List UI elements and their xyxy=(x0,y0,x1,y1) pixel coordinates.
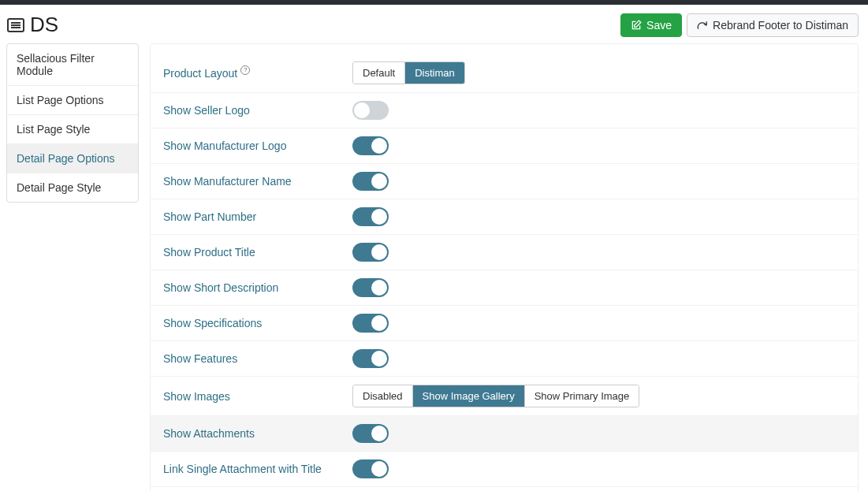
sidebar-item-1[interactable]: List Page Options xyxy=(7,86,138,115)
label-attachments: Show Attachments xyxy=(163,427,352,440)
row-seller-logo: Show Seller Logo xyxy=(151,93,858,128)
list-view-icon xyxy=(6,16,25,35)
label-link-attach: Link Single Attachment with Title xyxy=(163,463,352,475)
switch-part-number[interactable] xyxy=(352,207,389,226)
label-manu-name: Show Manufacturer Name xyxy=(163,175,352,188)
rebrand-button-label: Rebrand Footer to Distiman xyxy=(713,19,848,32)
seg-images-opt-2[interactable]: Show Primary Image xyxy=(524,385,639,407)
row-attachments: Show Attachments xyxy=(151,416,858,452)
row-attach-title: Title of the Attachments xyxy=(151,487,858,491)
sidebar-item-3[interactable]: Detail Page Options xyxy=(7,144,138,173)
label-images: Show Images xyxy=(163,390,352,403)
sidebar-item-2[interactable]: List Page Style xyxy=(7,115,138,144)
switch-seller-logo[interactable] xyxy=(352,101,389,120)
row-short-desc: Show Short Description xyxy=(151,270,858,306)
product-layout-seg[interactable]: DefaultDistiman xyxy=(352,61,465,84)
sidebar-item-0[interactable]: Sellacious Filter Module xyxy=(7,44,138,86)
row-specs: Show Specifications xyxy=(151,306,858,341)
switch-features[interactable] xyxy=(352,349,389,368)
images-seg[interactable]: DisabledShow Image GalleryShow Primary I… xyxy=(352,385,639,407)
row-manu-logo: Show Manufacturer Logo xyxy=(151,128,858,164)
label-part-number: Show Part Number xyxy=(163,210,352,223)
label-manu-logo: Show Manufacturer Logo xyxy=(163,139,352,152)
label-short-desc: Show Short Description xyxy=(163,281,352,294)
label-specs: Show Specifications xyxy=(163,317,352,329)
row-product-title: Show Product Title xyxy=(151,235,858,270)
switch-short-desc[interactable] xyxy=(352,278,389,297)
page-header: DS Save Rebrand Footer to Distiman xyxy=(6,13,859,37)
switch-manu-name[interactable] xyxy=(352,172,389,191)
switch-specs[interactable] xyxy=(352,314,389,333)
rebrand-button[interactable]: Rebrand Footer to Distiman xyxy=(687,13,859,37)
settings-panel: Product Layout ? DefaultDistiman Show Se… xyxy=(150,43,859,491)
switch-product-title[interactable] xyxy=(352,243,389,262)
sidebar-item-4[interactable]: Detail Page Style xyxy=(7,173,138,202)
row-manu-name: Show Manufacturer Name xyxy=(151,164,858,199)
row-features: Show Features xyxy=(151,341,858,377)
label-seller-logo: Show Seller Logo xyxy=(163,104,352,117)
seg-layout-opt-1[interactable]: Distiman xyxy=(404,62,464,84)
label-features: Show Features xyxy=(163,352,352,365)
seg-layout-opt-0[interactable]: Default xyxy=(353,62,404,84)
switch-link-attach[interactable] xyxy=(352,459,389,478)
row-product-layout: Product Layout ? DefaultDistiman xyxy=(151,54,858,93)
seg-images-opt-0[interactable]: Disabled xyxy=(353,385,412,407)
row-images: Show Images DisabledShow Image GallerySh… xyxy=(151,377,858,416)
page-title: DS xyxy=(30,13,58,37)
label-product-layout: Product Layout ? xyxy=(163,67,352,80)
row-part-number: Show Part Number xyxy=(151,199,858,235)
label-product-title: Show Product Title xyxy=(163,246,352,259)
sidebar: Sellacious Filter ModuleList Page Option… xyxy=(6,43,139,203)
help-icon[interactable]: ? xyxy=(240,65,250,75)
switch-attachments[interactable] xyxy=(352,424,389,443)
seg-images-opt-1[interactable]: Show Image Gallery xyxy=(412,385,524,407)
row-link-attach: Link Single Attachment with Title xyxy=(151,452,858,487)
save-icon xyxy=(631,20,642,31)
save-button[interactable]: Save xyxy=(620,13,682,37)
refresh-icon xyxy=(697,20,708,31)
save-button-label: Save xyxy=(646,19,672,32)
switch-manu-logo[interactable] xyxy=(352,136,389,155)
